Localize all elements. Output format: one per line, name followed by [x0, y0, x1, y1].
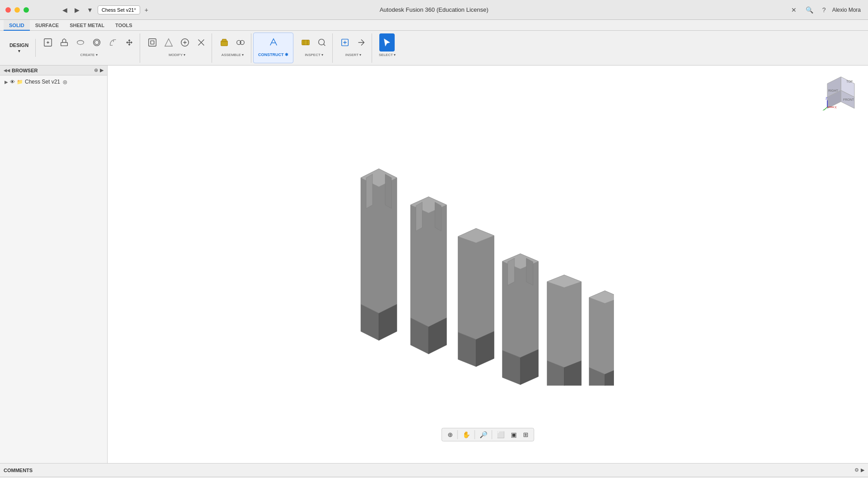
inspect-label[interactable]: INSPECT ▾ — [302, 52, 325, 57]
browser-expand-btn[interactable]: ▶ — [100, 67, 104, 73]
titlebar: ◀ ▶ ▼ Chess Set v21° + Autodesk Fusion 3… — [0, 0, 868, 20]
inspect-btn2[interactable] — [314, 33, 330, 52]
revolve-btn[interactable] — [73, 33, 88, 52]
viewcube-svg: TOP FRONT RIGHT X Z Y — [823, 75, 859, 111]
inspect-btn1[interactable] — [298, 33, 313, 52]
vp-divider2 — [475, 430, 475, 439]
construct-btn1[interactable] — [266, 33, 281, 51]
svg-point-15 — [319, 39, 325, 45]
modify-btn2[interactable] — [161, 33, 176, 52]
svg-marker-28 — [435, 202, 441, 231]
svg-text:RIGHT: RIGHT — [828, 89, 839, 92]
inspect-group: INSPECT ▾ — [295, 33, 333, 63]
toolbar-tabs: SOLID SURFACE SHEET METAL TOOLS — [0, 20, 868, 31]
browser-component-icon: 📁 — [17, 79, 23, 85]
tab-sheet-metal[interactable]: SHEET METAL — [64, 20, 110, 31]
maximize-button[interactable] — [24, 7, 29, 13]
tab-surface[interactable]: SURFACE — [30, 20, 65, 31]
main-area: ◀◀ BROWSER ⊕ ▶ ▶ 👁 📁 Chess Set v21 ◎ — [0, 66, 868, 463]
construct-label[interactable]: CONSTRUCT ✱ — [256, 52, 290, 57]
svg-rect-1 — [61, 42, 68, 46]
create-label[interactable]: CREATE ▾ — [78, 52, 99, 57]
select-group: SELECT ▾ — [374, 33, 400, 63]
insert-btn1[interactable] — [337, 33, 353, 52]
svg-marker-6 — [165, 38, 173, 46]
assemble-btn2[interactable] — [233, 33, 248, 52]
insert-label[interactable]: INSERT ▾ — [343, 52, 363, 57]
modify-btn1[interactable] — [145, 33, 160, 52]
browser-eye-icon[interactable]: 👁 — [10, 79, 15, 84]
vp-display1-btn[interactable]: ⬜ — [495, 430, 506, 439]
assemble-btn1[interactable] — [217, 33, 232, 52]
vp-display3-btn[interactable]: ⊞ — [521, 430, 530, 439]
modify-btn4[interactable] — [193, 33, 209, 52]
fillet-btn[interactable] — [105, 33, 121, 52]
svg-marker-37 — [508, 258, 514, 285]
nav-forward-btn[interactable]: ▶ — [72, 5, 82, 14]
svg-rect-5 — [149, 38, 156, 46]
vp-zoom-btn[interactable]: 🔎 — [478, 430, 489, 439]
new-tab-btn[interactable]: + — [142, 5, 151, 14]
active-tab[interactable]: Chess Set v21° — [98, 5, 140, 14]
assemble-group: ASSEMBLE ▾ — [214, 33, 251, 63]
bottom-panel: COMMENTS ⚙ ▶ ⏮ ◀ ▶ ▶▶ ⏭ — [0, 463, 868, 478]
svg-rect-9 — [222, 39, 226, 42]
viewport[interactable]: TOP FRONT RIGHT X Z Y ⊕ ✋ 🔎 — [108, 66, 868, 463]
close-window-btn[interactable]: ✕ — [788, 5, 799, 14]
svg-text:Z: Z — [826, 97, 828, 100]
select-btn[interactable] — [379, 33, 395, 52]
vp-divider1 — [458, 430, 458, 439]
modify-btn3[interactable] — [177, 33, 193, 52]
help-btn[interactable]: ? — [820, 5, 829, 14]
browser-item-label: Chess Set v21 — [25, 79, 60, 85]
tab-solid[interactable]: SOLID — [4, 20, 30, 31]
svg-marker-39 — [547, 275, 581, 367]
browser-item-chess[interactable]: ▶ 👁 📁 Chess Set v21 ◎ — [2, 77, 105, 86]
shell-btn[interactable] — [89, 33, 104, 52]
design-dropdown[interactable]: DESIGN ▾ — [6, 39, 32, 57]
vp-pan-btn[interactable]: ✋ — [461, 430, 472, 439]
comments-bar: COMMENTS ⚙ ▶ — [0, 464, 868, 477]
browser-collapse-btn[interactable]: ◀◀ — [4, 68, 10, 73]
nav-back-btn[interactable]: ◀ — [60, 5, 70, 14]
modify-group: MODIFY ▾ — [142, 33, 212, 63]
browser-content: ▶ 👁 📁 Chess Set v21 ◎ — [0, 75, 107, 463]
comments-label: COMMENTS — [4, 468, 33, 473]
search-btn[interactable]: 🔍 — [803, 5, 816, 14]
comments-settings-btn[interactable]: ⚙ — [854, 467, 859, 473]
move-btn[interactable] — [122, 33, 137, 52]
svg-marker-29 — [458, 228, 494, 339]
browser-panel: ◀◀ BROWSER ⊕ ▶ ▶ 👁 📁 Chess Set v21 ◎ — [0, 66, 108, 463]
design-group: DESIGN ▾ — [4, 39, 36, 57]
insert-btn2[interactable] — [354, 33, 369, 52]
user-name: Alexio Mora — [832, 7, 861, 13]
svg-point-4 — [94, 40, 99, 44]
extrude-btn[interactable] — [57, 33, 72, 52]
svg-text:X: X — [835, 106, 837, 109]
viewcube[interactable]: TOP FRONT RIGHT X Z Y — [823, 75, 859, 111]
svg-marker-27 — [416, 202, 422, 231]
new-component-btn[interactable] — [40, 33, 56, 52]
browser-radio-icon[interactable]: ◎ — [63, 79, 67, 85]
construct-group: CONSTRUCT ✱ — [253, 33, 293, 63]
titlebar-right: ✕ 🔍 ? Alexio Mora — [788, 5, 868, 14]
modify-label[interactable]: MODIFY ▾ — [166, 52, 187, 57]
assemble-label[interactable]: ASSEMBLE ▾ — [219, 52, 245, 57]
nav-extra-btn[interactable]: ▼ — [84, 5, 96, 14]
browser-settings-btn[interactable]: ⊕ — [94, 67, 98, 73]
minimize-button[interactable] — [14, 7, 20, 13]
vp-display2-btn[interactable]: ▣ — [509, 430, 519, 439]
close-button[interactable] — [5, 7, 11, 13]
svg-marker-38 — [526, 258, 533, 285]
svg-line-62 — [824, 107, 827, 110]
viewport-3d: TOP FRONT RIGHT X Z Y ⊕ ✋ 🔎 — [108, 66, 868, 463]
vp-orbit-btn[interactable]: ⊕ — [446, 430, 455, 439]
svg-rect-12 — [302, 40, 310, 45]
tab-tools[interactable]: TOOLS — [110, 20, 138, 31]
svg-marker-43 — [589, 291, 614, 374]
comments-expand-btn[interactable]: ▶ — [861, 467, 864, 473]
svg-text:Y: Y — [823, 109, 824, 111]
select-label[interactable]: SELECT ▾ — [377, 52, 397, 57]
browser-expand-arrow[interactable]: ▶ — [5, 80, 8, 84]
toolbar: SOLID SURFACE SHEET METAL TOOLS DESIGN ▾ — [0, 20, 868, 66]
